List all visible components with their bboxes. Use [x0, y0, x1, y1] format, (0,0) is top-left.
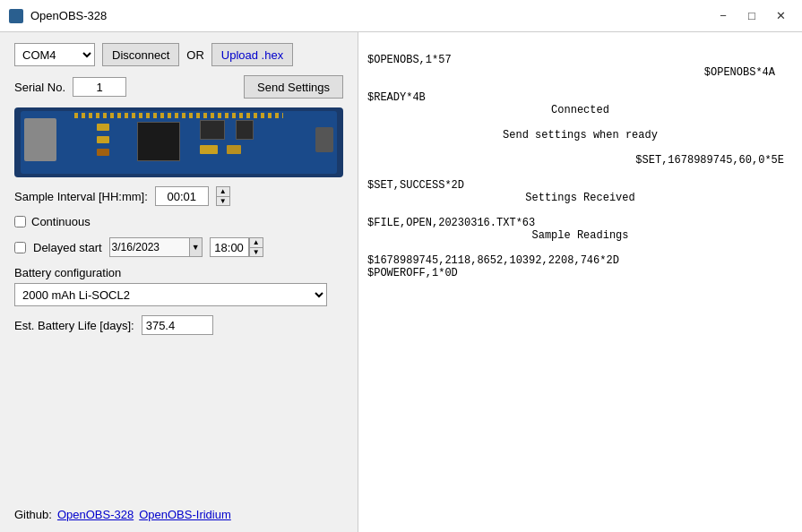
output-line-1: $OPENOBS,1*57: [367, 54, 452, 66]
output-line-12: $POWEROFF,1*0D: [367, 267, 458, 279]
est-battery-input[interactable]: [142, 315, 213, 335]
pcb-board: [21, 111, 336, 174]
component-4: [200, 145, 218, 154]
main-chip: [137, 122, 180, 161]
continuous-row: Continuous: [14, 215, 343, 228]
output-line-3: $READY*4B: [367, 91, 426, 104]
github-row: Github: OpenOBS-328 OpenOBS-Iridium: [14, 508, 343, 521]
right-panel: $OPENOBS,1*57 $OPENOBS*4A $READY*4B Conn…: [358, 32, 802, 532]
output-line-4: Connected: [367, 104, 793, 116]
pads-top: [74, 113, 282, 118]
upload-hex-button[interactable]: Upload .hex: [211, 43, 293, 66]
output-line-11: $1678989745,2118,8652,10392,2208,746*2D: [367, 254, 619, 267]
disconnect-button[interactable]: Disconnect: [102, 43, 179, 66]
sample-interval-input[interactable]: [155, 186, 209, 206]
main-layout: COM4 COM1 COM2 COM3 Disconnect OR Upload…: [0, 32, 802, 532]
left-panel: COM4 COM1 COM2 COM3 Disconnect OR Upload…: [0, 32, 358, 532]
output-line-5: Send settings when ready: [367, 129, 793, 142]
connection-row: COM4 COM1 COM2 COM3 Disconnect OR Upload…: [14, 43, 343, 66]
serial-no-input[interactable]: [73, 77, 126, 97]
delayed-start-checkbox[interactable]: [14, 242, 26, 253]
delayed-start-row: Delayed start ▼ ▲ ▼: [14, 237, 343, 257]
output-line-7: $SET,SUCCESS*2D: [367, 179, 464, 192]
date-picker-group: ▼: [109, 237, 203, 257]
time-spin-up[interactable]: ▲: [249, 237, 263, 247]
delayed-date-input[interactable]: [109, 237, 190, 257]
time-spinner: ▲ ▼: [249, 237, 263, 257]
send-settings-button[interactable]: Send Settings: [244, 75, 343, 99]
app-icon: [9, 9, 23, 23]
output-line-6: $SET,1678989745,60,0*5E: [367, 154, 793, 167]
small-chip-1: [200, 120, 225, 140]
app-title: OpenOBS-328: [30, 9, 107, 22]
title-bar-left: OpenOBS-328: [9, 9, 107, 23]
sdcard-slot: [24, 118, 56, 161]
time-picker-group: ▲ ▼: [210, 237, 263, 257]
title-bar: OpenOBS-328 − □ ✕: [0, 0, 802, 32]
est-battery-label: Est. Battery Life [days]:: [14, 319, 134, 332]
github-link-2[interactable]: OpenOBS-Iridium: [139, 508, 231, 521]
github-link-1[interactable]: OpenOBS-328: [57, 508, 134, 521]
pcb-image: [14, 107, 343, 177]
serial-no-label: Serial No.: [14, 81, 65, 94]
delayed-time-input[interactable]: [210, 237, 249, 257]
continuous-label: Continuous: [31, 215, 91, 228]
output-line-2: $OPENOBS*4A: [367, 66, 793, 79]
github-label: Github:: [14, 508, 52, 521]
sample-interval-row: Sample Interval [HH:mm]: ▲ ▼: [14, 186, 343, 206]
interval-spin-down[interactable]: ▼: [216, 196, 230, 206]
sample-interval-label: Sample Interval [HH:mm]:: [14, 190, 148, 203]
est-battery-row: Est. Battery Life [days]:: [14, 315, 343, 335]
battery-select[interactable]: 2000 mAh Li-SOCL2 3600 mAh Li-SOCL2 AA A…: [14, 283, 327, 306]
component-1: [97, 124, 109, 131]
component-3: [97, 149, 109, 156]
output-line-9: $FILE,OPEN,20230316.TXT*63: [367, 217, 535, 229]
battery-section-label: Battery configuration: [14, 266, 343, 279]
usb-connector: [315, 127, 333, 152]
title-bar-controls: − □ ✕: [711, 6, 793, 26]
minimize-button[interactable]: −: [711, 6, 736, 26]
component-5: [227, 145, 241, 154]
maximize-button[interactable]: □: [739, 6, 764, 26]
interval-spin-up[interactable]: ▲: [216, 186, 230, 196]
output-line-10: Sample Readings: [367, 229, 793, 242]
close-button[interactable]: ✕: [768, 6, 793, 26]
small-chip-2: [236, 120, 254, 140]
component-2: [97, 136, 109, 143]
continuous-checkbox[interactable]: [14, 216, 26, 227]
battery-section: Battery configuration 2000 mAh Li-SOCL2 …: [14, 266, 343, 306]
or-text: OR: [186, 48, 204, 62]
serial-no-row: Serial No. Send Settings: [14, 75, 343, 99]
delayed-start-label: Delayed start: [33, 241, 102, 254]
date-dropdown-button[interactable]: ▼: [190, 237, 203, 257]
sample-interval-spinner: ▲ ▼: [216, 186, 230, 206]
com-port-select[interactable]: COM4 COM1 COM2 COM3: [14, 43, 95, 66]
time-spin-down[interactable]: ▼: [249, 247, 263, 257]
output-line-8: Settings Received: [367, 192, 793, 204]
